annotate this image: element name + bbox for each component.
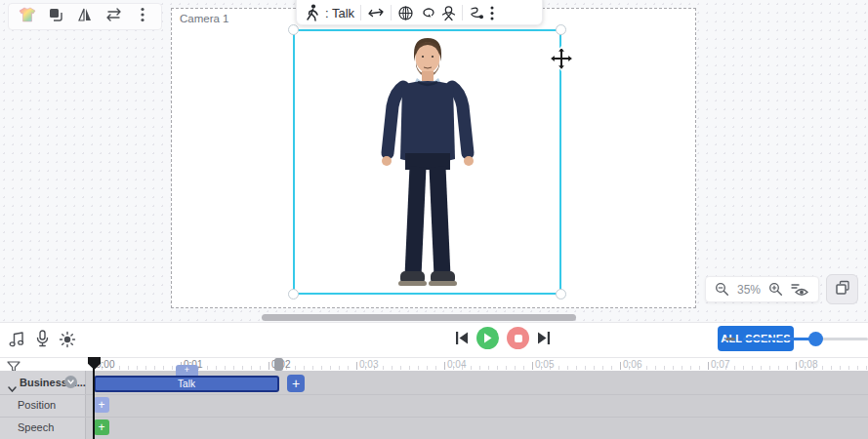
swap-button[interactable] [103,5,126,28]
ruler-label: 0:03 [359,359,378,370]
toolbar-divider [391,5,392,20]
stop-button[interactable] [507,327,529,349]
timeline-zoom-minus[interactable] [725,338,735,340]
skip-end-icon[interactable] [537,331,551,345]
costume-icon [19,7,36,26]
add-position-keyframe-button[interactable]: + [94,397,109,413]
horizontal-arrows-icon[interactable] [367,6,385,20]
ruler-label: 0:06 [623,359,641,370]
talk-clip-add-tab[interactable]: + [176,365,198,376]
character-action-toolbar: : Talk [296,0,543,25]
ruler-label: 0:08 [799,359,817,370]
track-label-position: Position [18,399,56,411]
flip-button[interactable] [73,5,97,28]
play-icon [483,333,492,343]
resize-handle-bottom-right[interactable] [556,289,566,299]
flip-icon [77,7,93,26]
playhead-line [93,363,95,439]
more-options-icon [141,7,145,26]
toolbar-divider [462,5,463,20]
add-speech-button[interactable]: + [94,419,109,435]
duplicate-button[interactable] [826,274,858,304]
track-label-speech: Speech [18,421,54,433]
music-icon[interactable] [8,330,26,348]
zoom-out-icon[interactable] [715,282,729,297]
track-labels-column: Businessm... Position Speech [0,371,86,439]
timeline-zoom-slider-thumb[interactable] [808,332,823,346]
resize-handle-bottom-left[interactable] [288,289,299,299]
talk-clip[interactable]: Talk [94,376,279,392]
canvas-horizontal-scrollbar[interactable] [262,314,576,321]
ruler-major-ticks [93,362,868,370]
ruler-label: 0:04 [447,359,466,370]
media-toolbar [8,330,76,348]
arrange-layers-icon [48,7,63,26]
ruler-label: 0:05 [535,359,554,370]
more-options-icon[interactable] [490,6,494,20]
row-divider [0,394,868,395]
rotate-icon[interactable] [420,7,435,19]
costume-button[interactable] [16,5,39,28]
timeline-zoom-slider[interactable] [743,338,868,340]
object-toolbar [8,3,162,30]
resize-handle-top-left[interactable] [288,24,299,35]
motion-path-icon[interactable] [469,6,484,20]
more-options-button[interactable] [131,5,154,28]
zoom-level: 35% [737,283,761,297]
row-divider [0,417,868,418]
arrange-button[interactable] [44,5,67,28]
add-action-button[interactable]: + [287,375,305,392]
walk-action-icon[interactable] [305,4,319,21]
action-label[interactable]: : Talk [325,6,354,20]
ruler-label: 0:07 [711,359,729,370]
transport-controls [455,327,551,349]
toolbar-divider [360,5,361,20]
camera-label: Camera 1 [180,13,229,24]
chevron-down-icon [67,379,74,384]
microphone-icon[interactable] [35,330,50,348]
zoom-in-icon[interactable] [768,282,783,297]
resize-handle-top-right[interactable] [556,24,566,35]
brightness-icon[interactable] [59,331,76,348]
play-button[interactable] [476,327,499,349]
pose-icon[interactable] [441,5,456,21]
skip-start-icon[interactable] [455,331,469,345]
app-root: Camera 1 [0,0,868,439]
duplicate-icon [835,280,850,299]
canvas-zoom-controls: 35% [705,276,819,302]
preview-eye-icon[interactable] [791,283,809,297]
scrub-marker[interactable] [274,358,283,371]
swap-icon [105,8,122,25]
stop-icon [515,335,522,342]
rotate-sphere-icon[interactable] [397,5,414,21]
character-track-menu-button[interactable] [64,376,77,388]
move-cursor-icon [549,46,574,71]
selection-box[interactable] [293,29,561,295]
timeline-ruler[interactable]: 0:00 0:01 0:02 0:03 0:04 0:05 0:06 0:07 … [0,357,868,371]
